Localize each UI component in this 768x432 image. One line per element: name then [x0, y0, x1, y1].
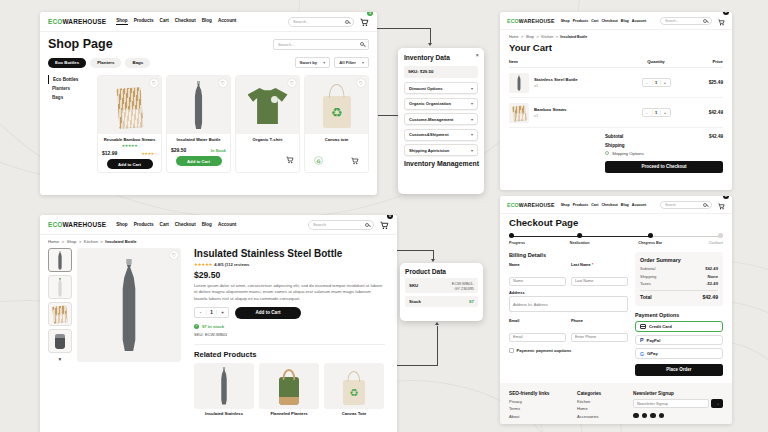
last-name-field[interactable]: [571, 277, 628, 286]
header-search-input[interactable]: Search...: [288, 17, 354, 27]
footer-category-kitchen[interactable]: Kitchen: [577, 399, 623, 404]
footer-link-about[interactable]: About: [509, 414, 567, 419]
newsletter-submit-button[interactable]: →: [711, 399, 723, 409]
phone-field[interactable]: [571, 333, 628, 342]
nav-cart[interactable]: Cart: [160, 222, 169, 227]
cart-button[interactable]: 2: [718, 196, 725, 214]
nav-blog[interactable]: Blog: [621, 203, 629, 207]
nav-account[interactable]: Account: [632, 203, 646, 207]
nav-account[interactable]: Account: [632, 19, 646, 23]
chevron-down-icon[interactable]: ▾: [59, 356, 62, 362]
sidebar-item-planters[interactable]: Planters: [48, 84, 92, 93]
related-product-card[interactable]: Insulated Stainless: [194, 363, 254, 417]
heart-icon[interactable]: ♡: [288, 79, 296, 87]
qty-minus-button[interactable]: -: [643, 110, 652, 115]
dropdown-customs-shipment[interactable]: Customs&Shipment▾: [404, 129, 478, 141]
filter-chip-planters[interactable]: Planters: [90, 58, 121, 68]
cart-button[interactable]: 3: [360, 13, 369, 31]
payment-option-credit-card[interactable]: Credit Card: [635, 321, 723, 332]
heart-icon[interactable]: ♡: [219, 79, 227, 87]
header-search-input[interactable]: Search...: [660, 17, 712, 25]
shipping-options-link[interactable]: Shipping Options: [605, 151, 723, 156]
breadcrumb-shop[interactable]: Shop: [67, 239, 77, 244]
nav-products[interactable]: Products: [573, 203, 589, 207]
sidebar-item-eco-bottles[interactable]: Eco Bottles: [48, 75, 92, 84]
related-product-card[interactable]: Flanneled Planters: [259, 363, 319, 417]
payment-option-paypal[interactable]: PPayPal: [635, 335, 723, 346]
breadcrumb-kitchen[interactable]: Kitchen: [84, 239, 98, 244]
thumbnail[interactable]: [48, 302, 72, 326]
nav-checkout[interactable]: Checkout: [175, 18, 196, 26]
brand-logo[interactable]: ECOWAREHOUSE: [48, 18, 106, 25]
nav-products[interactable]: Products: [134, 222, 154, 227]
nav-cart[interactable]: Cart: [591, 19, 598, 23]
add-to-cart-button[interactable]: Add to Cart: [176, 156, 222, 166]
footer-category-home[interactable]: Home: [577, 406, 623, 411]
proceed-to-checkout-button[interactable]: Proceed to Checkout: [605, 161, 723, 173]
product-card[interactable]: ♡ Organic T-shirt: [235, 75, 300, 173]
footer-link-terms[interactable]: Terms: [509, 406, 567, 411]
newsletter-input[interactable]: [633, 399, 709, 409]
brand-logo[interactable]: ECOWAREHOUSE: [507, 18, 555, 24]
footer-link-privacy[interactable]: Privacy: [509, 399, 567, 404]
nav-shop[interactable]: Shop: [561, 203, 570, 207]
brand-logo[interactable]: ECOWAREHOUSE: [48, 221, 106, 228]
dropdown-organic-organization[interactable]: Organic Organization▾: [404, 98, 478, 110]
header-search-input[interactable]: Search: [660, 201, 712, 209]
breadcrumb-home[interactable]: Home: [48, 239, 59, 244]
cart-button[interactable]: 0: [380, 216, 389, 234]
nav-shop[interactable]: Shop: [561, 19, 570, 23]
filter-chip-bags[interactable]: Bags: [125, 58, 150, 68]
cart-button[interactable]: 2: [718, 12, 725, 30]
instagram-icon[interactable]: [642, 413, 648, 419]
footer-category-accessories[interactable]: Accessories: [577, 414, 623, 419]
dropdown-customer-management[interactable]: Custome-Management▾: [404, 113, 478, 125]
thumbnail[interactable]: [48, 329, 72, 353]
close-icon[interactable]: ×: [475, 52, 479, 58]
email-field[interactable]: [509, 333, 566, 342]
related-product-card[interactable]: ♻ Canvas Tote: [324, 363, 384, 417]
dropdown-discount-options[interactable]: Dimount Options▾: [404, 82, 478, 94]
nav-account[interactable]: Account: [218, 222, 236, 227]
checkbox[interactable]: [509, 348, 514, 353]
nav-blog[interactable]: Blog: [621, 19, 629, 23]
nav-cart[interactable]: Cart: [591, 203, 598, 207]
product-card[interactable]: ♻ ♡ Canvas tote ♻: [304, 75, 369, 173]
qty-minus-button[interactable]: -: [195, 310, 206, 315]
nav-account[interactable]: Account: [218, 18, 236, 26]
shop-search-input[interactable]: Search...: [273, 39, 369, 50]
nav-checkout[interactable]: Checkout: [175, 222, 196, 227]
product-card[interactable]: ♡ Insulated Water Bottle $29.50 In Stock…: [166, 75, 231, 173]
nav-checkout[interactable]: Checkout: [601, 19, 617, 23]
qty-minus-button[interactable]: -: [643, 80, 652, 85]
breadcrumb-shop[interactable]: Shop: [526, 35, 534, 39]
nav-checkout[interactable]: Checkout: [601, 203, 617, 207]
youtube-icon[interactable]: [659, 413, 665, 419]
product-card[interactable]: ♡ Reusable Bamboo Straws ★★★★★ $12.99 ★★…: [97, 75, 162, 173]
breadcrumb-kitchen[interactable]: Kitchen: [541, 35, 553, 39]
facebook-icon[interactable]: [633, 413, 639, 419]
cart-icon[interactable]: [351, 157, 359, 165]
qty-plus-button[interactable]: +: [661, 80, 670, 85]
heart-icon[interactable]: ♡: [170, 251, 178, 259]
nav-cart[interactable]: Cart: [160, 18, 169, 26]
header-search-input[interactable]: Search: [308, 220, 374, 230]
nav-products[interactable]: Products: [573, 19, 589, 23]
sort-dropdown[interactable]: Swort by▾: [295, 57, 331, 68]
payment-option-gpay[interactable]: GGPay: [635, 348, 723, 359]
thumbnail[interactable]: [48, 275, 72, 299]
nav-shop[interactable]: Shop: [116, 222, 127, 227]
cart-icon[interactable]: [286, 156, 294, 164]
place-order-button[interactable]: Place Order: [635, 364, 723, 376]
breadcrumb-home[interactable]: Home: [509, 35, 519, 39]
dropdown-shipping[interactable]: Shipping Aptricision▾: [404, 144, 478, 156]
heart-icon[interactable]: ♡: [357, 79, 365, 87]
qty-plus-button[interactable]: +: [661, 110, 670, 115]
nav-shop[interactable]: Shop: [116, 18, 127, 26]
name-field[interactable]: [509, 277, 566, 286]
nav-products[interactable]: Products: [134, 18, 154, 26]
nav-blog[interactable]: Blog: [202, 18, 212, 26]
filter-chip-eco-bottles[interactable]: Eco Bottles: [48, 58, 86, 68]
add-to-cart-button[interactable]: Add to Cart: [235, 307, 301, 319]
twitter-icon[interactable]: [650, 413, 656, 419]
